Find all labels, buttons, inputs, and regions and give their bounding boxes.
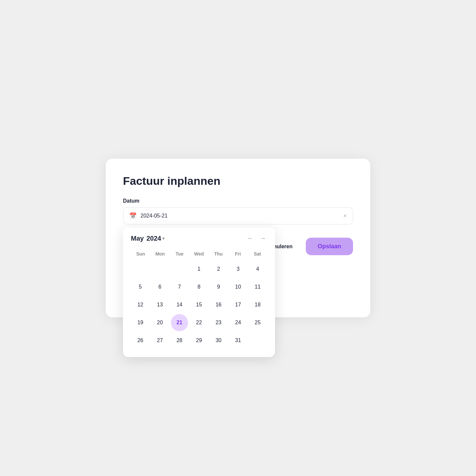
table-row[interactable]: 7 xyxy=(171,278,188,296)
table-row[interactable]: 24 xyxy=(229,314,247,331)
save-button[interactable]: Opslaan xyxy=(306,238,353,255)
calendar-header: May 2024 ▾ ← → xyxy=(131,234,267,243)
date-input-value: 2024-05-21 xyxy=(140,213,343,219)
year-dropdown[interactable]: 2024 ▾ xyxy=(146,235,165,242)
table-row[interactable]: 22 xyxy=(190,314,208,331)
chevron-down-icon: ▾ xyxy=(162,236,165,241)
date-input-wrapper[interactable]: 📅 2024-05-21 × xyxy=(123,207,353,224)
weekday-wed: Wed xyxy=(189,249,209,259)
modal-card: Factuur inplannen Datum 📅 2024-05-21 × M… xyxy=(106,159,370,317)
table-row[interactable]: 25 xyxy=(249,314,266,331)
prev-month-button[interactable]: ← xyxy=(246,234,255,243)
table-row[interactable]: 4 xyxy=(249,260,266,278)
calendar-icon: 📅 xyxy=(129,212,137,219)
table-row[interactable]: 30 xyxy=(210,332,227,349)
calendar-year: 2024 xyxy=(146,235,161,242)
table-row[interactable]: 10 xyxy=(229,278,247,296)
weekday-mon: Mon xyxy=(150,249,170,259)
table-row[interactable]: 6 xyxy=(151,278,169,296)
table-row[interactable]: 19 xyxy=(132,314,149,331)
table-row[interactable]: 3 xyxy=(229,260,247,278)
modal-title: Factuur inplannen xyxy=(123,175,353,187)
table-row[interactable]: 31 xyxy=(229,332,247,349)
table-row[interactable]: 11 xyxy=(249,278,266,296)
calendar-month: May xyxy=(131,235,144,242)
weekday-thu: Thu xyxy=(209,249,228,259)
calendar-navigation: ← → xyxy=(246,234,267,243)
table-row xyxy=(151,260,169,278)
table-row[interactable]: 28 xyxy=(171,332,188,349)
table-row[interactable]: 14 xyxy=(171,296,188,313)
weekday-fri: Fri xyxy=(228,249,248,259)
table-row[interactable]: 15 xyxy=(190,296,208,313)
calendar-grid: Sun Mon Tue Wed Thu Fri Sat 123456789101… xyxy=(131,249,267,349)
clear-date-button[interactable]: × xyxy=(343,213,347,219)
weekday-sun: Sun xyxy=(131,249,150,259)
calendar-days: 1234567891011121314151617181920212223242… xyxy=(131,260,267,349)
datum-label: Datum xyxy=(123,198,353,204)
table-row xyxy=(132,260,149,278)
table-row[interactable]: 27 xyxy=(151,332,169,349)
table-row[interactable]: 29 xyxy=(190,332,208,349)
weekday-sat: Sat xyxy=(248,249,267,259)
table-row[interactable]: 13 xyxy=(151,296,169,313)
table-row[interactable]: 21 xyxy=(171,314,188,331)
table-row[interactable]: 1 xyxy=(190,260,208,278)
weekday-tue: Tue xyxy=(170,249,189,259)
month-year-selector: May 2024 ▾ xyxy=(131,235,246,242)
table-row[interactable]: 20 xyxy=(151,314,169,331)
table-row xyxy=(171,260,188,278)
table-row[interactable]: 5 xyxy=(132,278,149,296)
table-row[interactable]: 26 xyxy=(132,332,149,349)
table-row[interactable]: 12 xyxy=(132,296,149,313)
table-row[interactable]: 9 xyxy=(210,278,227,296)
table-row[interactable]: 16 xyxy=(210,296,227,313)
table-row[interactable]: 17 xyxy=(229,296,247,313)
table-row[interactable]: 8 xyxy=(190,278,208,296)
table-row[interactable]: 2 xyxy=(210,260,227,278)
calendar-weekdays: Sun Mon Tue Wed Thu Fri Sat xyxy=(131,249,267,259)
calendar-dropdown: May 2024 ▾ ← → Sun Mon Tue Wed Thu Fri S… xyxy=(123,227,275,357)
next-month-button[interactable]: → xyxy=(258,234,267,243)
table-row[interactable]: 18 xyxy=(249,296,266,313)
table-row[interactable]: 23 xyxy=(210,314,227,331)
table-row xyxy=(249,332,266,349)
